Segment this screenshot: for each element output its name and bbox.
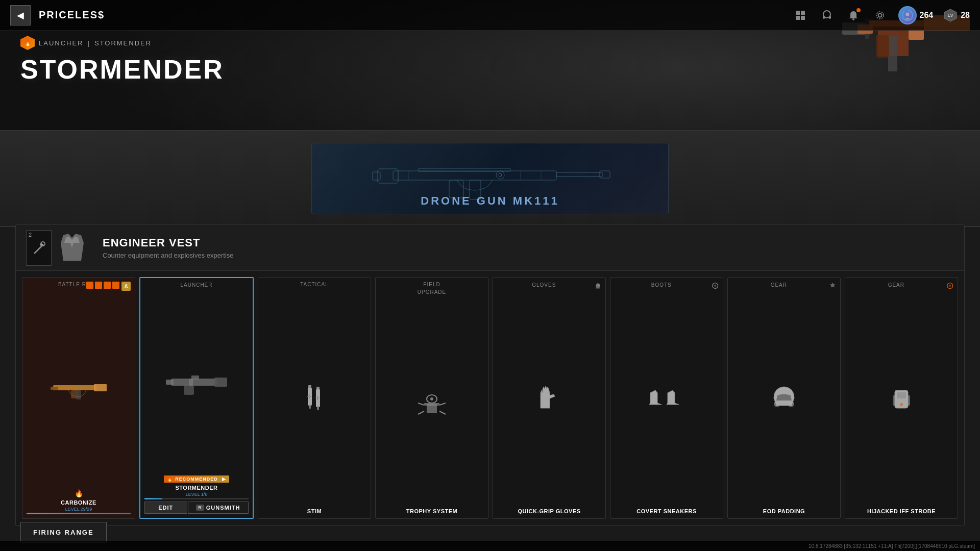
slot-launcher[interactable]: LAUNCHER 🔥 RECOMMENDED ▶ STORMENDER xyxy=(139,277,254,519)
status-text: 10.8.17284883 [35:132:11151 +11:A] Th[72… xyxy=(808,543,975,549)
battle-rifle-pips xyxy=(86,282,119,289)
svg-point-19 xyxy=(876,12,884,19)
priceless-title: PRICELES$ xyxy=(39,9,105,21)
svg-point-37 xyxy=(499,173,502,177)
gunsmith-button[interactable]: R GUNSMITH xyxy=(188,502,249,514)
notification-dot xyxy=(856,8,861,12)
slot-tactical[interactable]: TACTICAL STIM xyxy=(258,277,371,519)
field-upgrade-name: TROPHY SYSTEM xyxy=(406,508,457,514)
svg-rect-8 xyxy=(876,35,889,58)
vest-info: ENGINEER VEST Counter equipment and expl… xyxy=(103,236,234,259)
svg-rect-57 xyxy=(307,396,311,397)
svg-rect-25 xyxy=(556,172,602,177)
svg-rect-39 xyxy=(53,385,96,390)
boots-name: COVERT SNEAKERS xyxy=(636,508,697,514)
launcher-name: STORMENDER xyxy=(175,485,217,491)
launcher-actions: EDIT R GUNSMITH xyxy=(144,502,249,514)
level-number: 28 xyxy=(961,11,970,20)
slot-label-launcher: LAUNCHER xyxy=(144,282,249,288)
slot-label-field-upgrade-2: UPGRADE xyxy=(380,289,484,295)
tactical-name: STIM xyxy=(307,508,322,514)
battle-rifle-level-fill xyxy=(27,513,131,514)
weapon-case-inner: DRONE GUN MK111 xyxy=(311,143,669,214)
battle-rifle-level-bar xyxy=(27,513,131,514)
slot-gear-2[interactable]: GEAR HIJACKED IFF STROBE xyxy=(845,277,958,519)
svg-rect-69 xyxy=(598,283,599,286)
vest-slot-number: 2 xyxy=(29,232,32,238)
page-header: 🔥 LAUNCHER | STORMENDER STORMENDER xyxy=(20,36,224,85)
svg-rect-26 xyxy=(600,171,610,178)
gear-1-image xyxy=(732,290,836,506)
grid-icon[interactable] xyxy=(792,7,808,23)
svg-line-63 xyxy=(439,403,446,405)
svg-rect-7 xyxy=(888,36,897,71)
weapon-case: DRONE GUN MK111 xyxy=(0,130,980,227)
fire-badge: 🔥 xyxy=(20,36,35,50)
svg-rect-43 xyxy=(76,390,81,399)
svg-rect-46 xyxy=(166,380,174,385)
svg-point-79 xyxy=(949,285,951,287)
main-panel: 2 ENGINEER VEST Counter equipment and ex… xyxy=(15,224,965,525)
slot-gloves[interactable]: GLOVES QUICK-GRIP GLOVES xyxy=(493,277,606,519)
vest-slot[interactable]: 2 xyxy=(26,230,52,266)
slot-gear-1[interactable]: GEAR EOD PADDING xyxy=(727,277,841,519)
svg-text:LV: LV xyxy=(948,13,953,18)
slot-label-field-upgrade: FIELD xyxy=(380,282,484,287)
svg-line-65 xyxy=(439,411,446,414)
pip-4 xyxy=(112,282,119,289)
settings-icon[interactable] xyxy=(872,7,888,23)
firing-range-button[interactable]: FIRING RANGE xyxy=(20,522,107,543)
svg-point-36 xyxy=(496,171,504,179)
back-button[interactable]: ◀ xyxy=(10,5,31,26)
player-avatar[interactable] xyxy=(898,6,917,24)
breadcrumb: 🔥 LAUNCHER | STORMENDER xyxy=(20,36,224,50)
pip-3 xyxy=(104,282,111,289)
breadcrumb-name: STORMENDER xyxy=(94,39,152,47)
slot-field-upgrade[interactable]: FIELD UPGRADE TROPHY SYSTEM xyxy=(375,277,488,519)
headphone-icon[interactable] xyxy=(819,7,835,23)
gear-2-name: HIJACKED IFF STROBE xyxy=(867,508,936,514)
vest-name: ENGINEER VEST xyxy=(103,236,234,249)
slot-battle-rifle[interactable]: BATTLE RIFLE A 🔥 xyxy=(22,277,135,519)
gear-1-name: EOD PADDING xyxy=(763,508,805,514)
breadcrumb-category: LAUNCHER xyxy=(39,39,84,47)
launcher-level: LEVEL 1/6 xyxy=(186,492,208,497)
loadout-header: 2 ENGINEER VEST Counter equipment and ex… xyxy=(16,225,964,271)
notification-icon[interactable] xyxy=(845,7,862,23)
pip-2 xyxy=(95,282,102,289)
svg-rect-55 xyxy=(317,406,319,410)
breadcrumb-separator: | xyxy=(88,39,90,47)
currency-display: 264 xyxy=(898,6,934,24)
vest-image xyxy=(57,233,87,263)
svg-rect-28 xyxy=(373,172,380,180)
svg-rect-52 xyxy=(309,405,311,409)
svg-rect-45 xyxy=(214,378,227,387)
svg-line-62 xyxy=(418,403,424,405)
slot-label-tactical: TACTICAL xyxy=(262,282,366,287)
gear-2-image xyxy=(849,290,953,506)
svg-rect-10 xyxy=(796,11,800,15)
slot-label-boots: BOOTS xyxy=(615,282,708,288)
pip-1 xyxy=(86,282,93,289)
svg-rect-44 xyxy=(171,379,217,386)
svg-point-17 xyxy=(852,18,854,20)
gloves-name: QUICK-GRIP GLOVES xyxy=(518,508,580,514)
battle-rifle-name: CARBONIZE xyxy=(61,499,96,506)
svg-rect-47 xyxy=(184,386,194,395)
edit-button[interactable]: EDIT xyxy=(144,502,187,514)
slot-boots[interactable]: BOOTS COVERT SNEAKERS xyxy=(610,277,723,519)
svg-rect-83 xyxy=(906,395,910,406)
svg-rect-12 xyxy=(796,16,800,20)
svg-rect-49 xyxy=(191,375,199,380)
svg-rect-77 xyxy=(774,402,779,407)
svg-rect-70 xyxy=(599,284,600,286)
vest-description: Counter equipment and explosives experti… xyxy=(103,252,234,259)
svg-point-72 xyxy=(714,285,716,287)
launcher-image xyxy=(144,290,249,474)
boots-image xyxy=(615,290,719,506)
svg-rect-78 xyxy=(789,402,794,407)
svg-rect-15 xyxy=(823,16,825,19)
slot-label-gear-1: GEAR xyxy=(732,282,826,288)
svg-rect-82 xyxy=(893,395,897,406)
svg-point-21 xyxy=(905,12,909,16)
